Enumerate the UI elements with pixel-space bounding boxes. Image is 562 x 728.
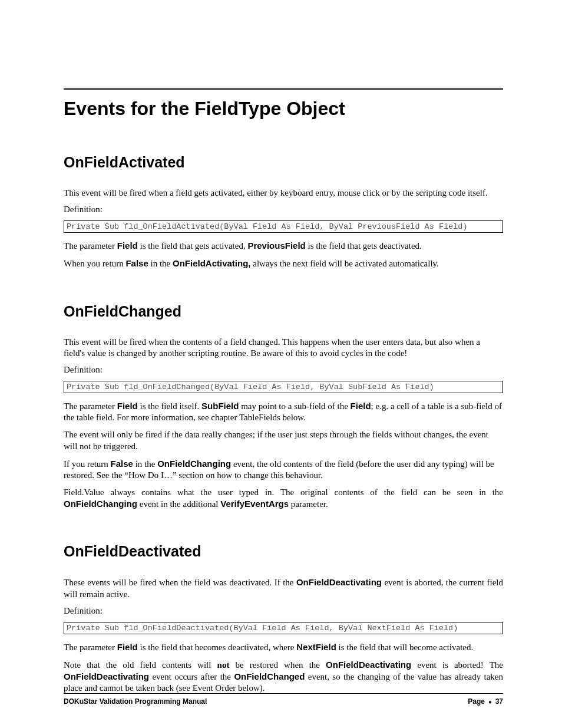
- text: is the field that will become activated.: [336, 643, 473, 652]
- text: Note that the old field contents will: [64, 660, 217, 670]
- text: is the field that gets activated,: [138, 241, 248, 251]
- term-field: Field: [351, 401, 371, 411]
- text: event is aborted! The: [411, 660, 503, 670]
- term-previousfield: PreviousField: [247, 241, 305, 251]
- s1-p1: This event will be fired when a field ge…: [64, 187, 503, 199]
- s2-p5: Field.Value always contains what the use…: [64, 487, 503, 510]
- footer-row: DOKuStar Validation Programming Manual P…: [64, 697, 503, 706]
- term-verifyeventargs: VerifyEventArgs: [220, 499, 289, 509]
- page: Events for the FieldType Object OnFieldA…: [0, 0, 562, 728]
- term-field: Field: [117, 401, 138, 411]
- text: The parameter: [64, 401, 117, 411]
- s1-p2: The parameter Field is the field that ge…: [64, 240, 503, 252]
- term-onfieldchanged: OnFieldChanged: [234, 671, 305, 681]
- s3-p1: These events will be fired when the fiel…: [64, 577, 503, 599]
- text: is the field that becomes deactivated, w…: [138, 643, 296, 652]
- text: is the field itself.: [138, 401, 201, 411]
- text: be restored when the: [229, 660, 326, 670]
- s2-p1: This event will be fired when the conten…: [64, 337, 503, 359]
- term-false: False: [125, 258, 148, 268]
- bullet-icon: ●: [487, 699, 495, 705]
- s2-p4: If you return False in the OnFieldChangi…: [64, 458, 503, 481]
- text: parameter.: [289, 499, 328, 509]
- page-title: Events for the FieldType Object: [64, 98, 503, 120]
- s1-code-definition: Private Sub fld_OnFieldActivated(ByVal F…: [64, 220, 503, 233]
- term-onfieldchanging: OnFieldChanging: [157, 459, 231, 469]
- term-not: not: [217, 660, 230, 670]
- section-heading-onfielddeactivated: OnFieldDeactivated: [64, 543, 503, 560]
- term-nextfield: NextField: [296, 642, 336, 652]
- s1-p3: When you return False in the OnFieldActi…: [64, 258, 503, 269]
- text: When you return: [64, 259, 125, 268]
- footer-page-label: Page: [468, 697, 485, 706]
- s3-code-definition: Private Sub fld_OnFieldDeactivated(ByVal…: [64, 622, 503, 634]
- section-heading-onfieldchanged: OnFieldChanged: [64, 303, 503, 320]
- text: always the next field will be activated …: [251, 259, 439, 268]
- text: in the: [148, 259, 173, 268]
- s2-p2: The parameter Field is the field itself.…: [64, 400, 503, 423]
- s1-definition-label: Definition:: [64, 205, 503, 215]
- title-rule: [64, 88, 503, 90]
- text: If you return: [64, 459, 111, 469]
- footer-left: DOKuStar Validation Programming Manual: [64, 697, 207, 706]
- term-onfieldchanging: OnFieldChanging: [64, 499, 137, 509]
- s2-p3: The event will only be fired if the data…: [64, 429, 503, 452]
- s3-p3: Note that the old field contents will no…: [64, 659, 503, 694]
- term-onfielddeactivating: OnFieldDeactivating: [326, 660, 411, 670]
- text: event in the additional: [137, 499, 220, 509]
- footer-right: Page ● 37: [468, 697, 503, 706]
- text: is the field that gets deactivated.: [306, 241, 422, 251]
- text: may point to a sub-field of the: [239, 401, 350, 411]
- text: The parameter: [64, 241, 117, 251]
- term-subfield: SubField: [201, 401, 239, 411]
- text: Field.Value always contains what the use…: [64, 487, 503, 497]
- text: in the: [133, 459, 157, 469]
- term-field: Field: [117, 241, 138, 251]
- term-onfielddeactivating: OnFieldDeactivating: [296, 577, 382, 587]
- footer-rule: [64, 693, 503, 694]
- text: The parameter: [64, 643, 117, 652]
- page-footer: DOKuStar Validation Programming Manual P…: [64, 693, 503, 706]
- s3-p2: The parameter Field is the field that be…: [64, 641, 503, 653]
- s2-code-definition: Private Sub fld_OnFieldChanged(ByVal Fie…: [64, 381, 503, 393]
- section-heading-onfieldactivated: OnFieldActivated: [64, 154, 503, 171]
- term-false: False: [111, 459, 133, 469]
- term-onfielddeactivating: OnFieldDeactivating: [64, 671, 149, 681]
- s2-definition-label: Definition:: [64, 365, 503, 375]
- text: event occurs after the: [149, 672, 234, 681]
- term-onfieldactivating: OnFieldActivating,: [173, 258, 251, 268]
- text: These events will be fired when the fiel…: [64, 578, 296, 587]
- s3-definition-label: Definition:: [64, 606, 503, 616]
- footer-page-number: 37: [495, 697, 503, 706]
- term-field: Field: [117, 642, 138, 652]
